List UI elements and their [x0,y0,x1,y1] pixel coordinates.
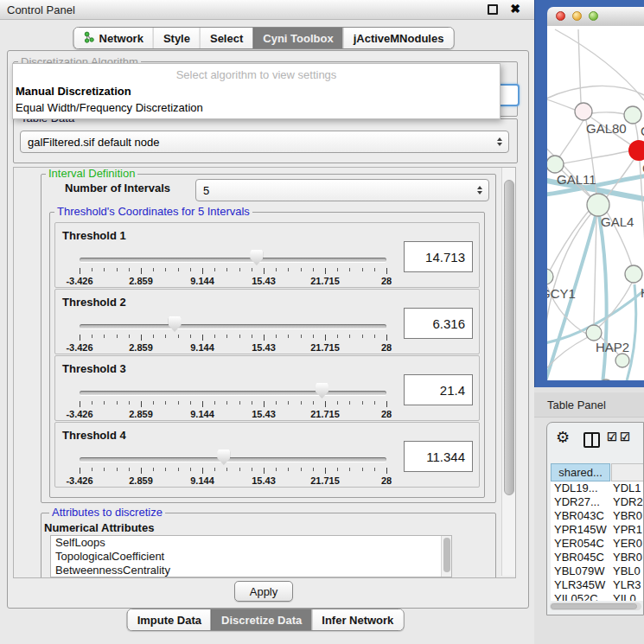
algorithm-option-manual-discretization[interactable]: Manual Discretization [13,83,500,99]
network-node-gal11[interactable] [547,156,564,173]
network-canvas[interactable]: GAL80GACGAL11GAL4GCY1HHAP2 [547,26,644,380]
threshold-label: Threshold 2 [62,296,126,309]
close-traffic-light-icon[interactable] [556,11,565,21]
slider-thumb[interactable] [250,250,263,265]
attribute-list-item-betweennesscentrality[interactable]: BetweennessCentrality [51,564,451,577]
cell-shared-name[interactable]: YBR043C [554,509,604,523]
table-row[interactable]: YIL052CYIL0 [551,592,643,601]
checkbox-icon[interactable]: ☑ [620,430,630,443]
minimize-traffic-light-icon[interactable] [572,11,582,21]
cell-shared-name[interactable]: YDR27... [554,495,600,509]
tab-network[interactable]: Network [74,28,153,48]
tick-mark [239,401,240,405]
threshold-value-field[interactable]: 6.316 [404,308,473,339]
network-node-gal80[interactable] [575,103,592,120]
network-edge [547,86,644,105]
cell-shared-name[interactable]: YBL079W [554,564,605,578]
tab-discretize-data[interactable]: Discretize Data [211,609,311,630]
threshold-value-field[interactable]: 21.4 [404,374,473,405]
apply-button[interactable]: Apply [234,581,293,602]
table-row[interactable]: YDR27...YDR2 [551,495,643,509]
tab-impute-data[interactable]: Impute Data [128,609,211,630]
cell-name[interactable]: YBR0 [613,509,642,523]
table-row[interactable]: YDL19...YDL1 [551,481,643,495]
network-node-hap2[interactable] [586,325,602,341]
cell-shared-name[interactable]: YDL19... [554,481,598,495]
table-row[interactable]: YBR043CYBR0 [551,509,643,523]
attributes-list-scrollbar-thumb[interactable] [443,538,450,572]
tab-style[interactable]: Style [153,28,200,48]
node-label-gal4: GAL4 [601,214,634,229]
tick-mark [165,468,166,471]
cell-name[interactable]: YBL0 [613,564,641,578]
cell-shared-name[interactable]: YER054C [554,537,604,551]
column-layout-icon[interactable] [583,432,600,448]
zoom-traffic-light-icon[interactable] [589,11,598,21]
table-row[interactable]: YBL079WYBL0 [551,564,643,578]
slider-thumb[interactable] [316,383,328,399]
network-node-gcy1[interactable] [547,269,553,284]
cell-name[interactable]: YIL0 [613,592,636,601]
slider-thumb[interactable] [169,316,182,332]
tab-jactivemnodules[interactable]: jActiveMNodules [343,28,454,48]
tick-mark [337,401,338,405]
table-row[interactable]: YPR145WYPR1 [551,523,643,537]
slider-track[interactable] [80,324,386,328]
slider-thumb[interactable] [217,450,230,465]
column-header-name[interactable]: na [611,463,644,481]
cell-name[interactable]: YER0 [613,537,642,551]
tick-mark [362,401,363,405]
table-horizontal-scrollbar-thumb[interactable] [551,603,637,609]
node-label-gcy1: GCY1 [547,286,576,301]
number-of-intervals-combobox[interactable]: 5 [195,179,489,201]
float-window-icon[interactable] [488,4,498,15]
cell-shared-name[interactable]: YIL052C [554,592,598,601]
table-horizontal-scrollbar[interactable] [550,603,641,610]
table-row[interactable]: YER054CYER0 [551,537,643,551]
table-data-combobox[interactable]: galFiltered.sif default node [20,131,509,153]
tab-cyni-toolbox[interactable]: Cyni Toolbox [252,28,342,48]
settings-vertical-scrollbar[interactable] [501,168,516,576]
column-header-shared-name[interactable]: shared... [551,463,610,481]
network-node-c[interactable] [628,140,644,161]
threshold-value-field[interactable]: 14.713 [404,241,473,272]
network-node-node[interactable] [615,354,629,367]
attribute-list-item-selfloops[interactable]: SelfLoops [51,536,451,550]
network-node-gal4[interactable] [587,194,609,216]
tick-mark [226,335,227,338]
checkbox-icon[interactable]: ☑ [607,430,617,443]
network-node-ga[interactable] [624,106,641,124]
table-row[interactable]: YBR045CYBR0 [551,551,643,564]
slider-track[interactable] [80,457,386,462]
tick-mark [202,268,203,274]
cell-shared-name[interactable]: YPR145W [554,523,607,537]
cell-shared-name[interactable]: YLR345W [554,578,605,592]
tab-infer-network[interactable]: Infer Network [311,609,403,630]
tick-label: 2.859 [129,276,153,286]
tick-mark [325,468,326,474]
threshold-value-field[interactable]: 11.344 [404,441,473,472]
slider-track[interactable] [80,391,386,395]
gear-icon[interactable]: ⚙ [556,428,570,447]
close-icon[interactable]: ✖ [510,2,520,16]
algorithm-option-equal-width-frequency[interactable]: Equal Width/Frequency Discretization [13,99,500,116]
tab-select[interactable]: Select [200,28,252,48]
slider-track[interactable] [80,258,386,262]
network-node-h[interactable] [625,265,642,283]
attributes-list-scrollbar[interactable] [441,536,451,577]
attribute-list-item-topologicalcoefficient[interactable]: TopologicalCoefficient [51,550,451,564]
cell-name[interactable]: YLR3 [613,578,641,592]
settings-scrollbar-thumb[interactable] [504,180,514,495]
tick-mark [129,268,130,271]
table-row[interactable]: YLR345WYLR3 [551,578,643,592]
tick-mark [80,335,80,341]
cell-shared-name[interactable]: YBR045C [554,551,604,564]
cell-name[interactable]: YPR1 [613,523,642,537]
cell-name[interactable]: YDL1 [613,481,641,495]
cell-name[interactable]: YDR2 [613,495,643,509]
network-node-node[interactable] [599,379,613,380]
tab-label: jActiveMNodules [354,32,444,45]
algorithm-placeholder-option[interactable]: Select algorithm to view settings [13,64,500,83]
cell-name[interactable]: YBR0 [613,551,642,564]
tick-label: 21.715 [310,276,340,286]
